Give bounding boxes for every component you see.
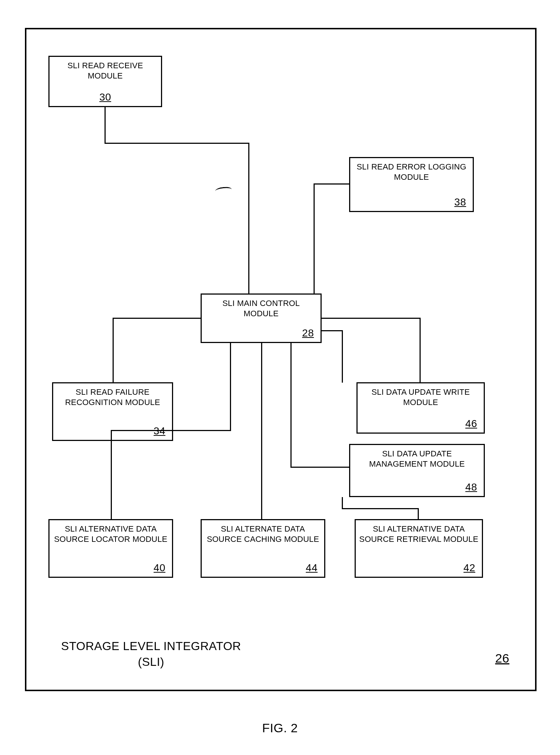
conn-main-right-extra [322, 330, 343, 331]
conn-main-left [113, 318, 201, 319]
conn-main-to-retrieval-v3 [418, 508, 419, 519]
conn-main-bottom-center-stub [261, 343, 262, 519]
module-alt-retrieval: SLI ALTERNATIVE DATA SOURCE RETRIEVAL MO… [355, 519, 483, 578]
container-frame: SLI READ RECEIVE MODULE 30 SLI READ ERRO… [25, 28, 537, 691]
module-main-control: SLI MAIN CONTROL MODULE 28 [201, 293, 322, 343]
conn-readreceive-to-main [248, 143, 249, 293]
module-read-failure: SLI READ FAILURE RECOGNITION MODULE 34 [52, 382, 173, 441]
module-read-failure-ref: 34 [154, 425, 165, 437]
module-main-control-title: SLI MAIN CONTROL MODULE [205, 298, 318, 318]
figure-caption: FIG. 2 [0, 721, 560, 735]
module-read-receive-title: SLI READ RECEIVE MODULE [52, 61, 158, 81]
module-update-mgmt: SLI DATA UPDATE MANAGEMENT MODULE 48 [349, 444, 485, 497]
module-main-control-ref: 28 [302, 327, 314, 339]
conn-main-bottom-left-stub [230, 343, 231, 431]
module-error-logging: SLI READ ERROR LOGGING MODULE 38 [349, 157, 474, 212]
module-alt-caching: SLI ALTERNATE DATA SOURCE CACHING MODULE… [201, 519, 325, 578]
conn-readreceive-right [105, 143, 249, 144]
module-alt-retrieval-ref: 42 [464, 562, 475, 574]
page: SLI READ RECEIVE MODULE 30 SLI READ ERRO… [0, 0, 560, 755]
module-read-receive: SLI READ RECEIVE MODULE 30 [48, 56, 162, 107]
conn-main-left-down [113, 318, 114, 382]
container-title-line1: STORAGE LEVEL INTEGRATOR [61, 639, 241, 653]
conn-main-right-down [420, 318, 421, 382]
module-alt-locator-ref: 40 [154, 562, 165, 574]
module-update-mgmt-ref: 48 [465, 481, 477, 493]
module-error-logging-title: SLI READ ERROR LOGGING MODULE [353, 162, 470, 182]
module-update-write-ref: 46 [465, 418, 477, 430]
module-update-mgmt-title: SLI DATA UPDATE MANAGEMENT MODULE [353, 449, 481, 469]
conn-main-to-retrieval-v [342, 330, 343, 383]
module-alt-caching-ref: 44 [306, 562, 318, 574]
conn-main-to-mgmt-h [290, 467, 349, 468]
module-alt-caching-title: SLI ALTERNATE DATA SOURCE CACHING MODULE [205, 524, 321, 544]
conn-main-to-locator-v [111, 430, 112, 519]
container-title-line2: (SLI) [138, 655, 164, 668]
conn-main-to-retrieval-h [342, 508, 419, 509]
container-title: STORAGE LEVEL INTEGRATOR (SLI) [56, 638, 246, 670]
module-read-failure-title: SLI READ FAILURE RECOGNITION MODULE [56, 387, 169, 407]
conn-readreceive-down [105, 107, 106, 144]
conn-errlog-down [314, 183, 315, 293]
conn-main-to-retrieval-v2 [342, 497, 343, 509]
conn-main-bottom-right-stub [290, 343, 292, 468]
module-alt-locator: SLI ALTERNATIVE DATA SOURCE LOCATOR MODU… [48, 519, 173, 578]
module-alt-locator-title: SLI ALTERNATIVE DATA SOURCE LOCATOR MODU… [52, 524, 169, 544]
module-read-receive-ref: 30 [99, 91, 111, 103]
conn-errlog-left [314, 183, 349, 185]
container-ref: 26 [495, 651, 509, 665]
module-update-write: SLI DATA UPDATE WRITE MODULE 46 [356, 382, 485, 434]
conn-main-right [322, 318, 421, 319]
module-alt-retrieval-title: SLI ALTERNATIVE DATA SOURCE RETRIEVAL MO… [359, 524, 479, 544]
stray-mark [215, 186, 232, 194]
module-update-write-title: SLI DATA UPDATE WRITE MODULE [360, 387, 481, 407]
module-error-logging-ref: 38 [454, 196, 466, 208]
conn-main-to-locator-h [111, 430, 231, 431]
